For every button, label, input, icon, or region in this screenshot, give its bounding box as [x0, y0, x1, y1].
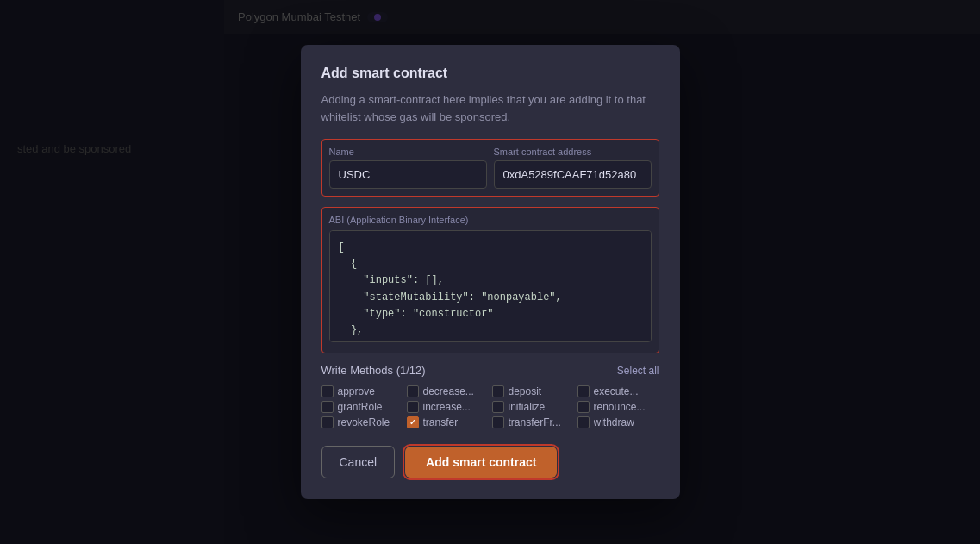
method-name-transferfr: transferFr...	[509, 416, 561, 428]
name-field-group: Name	[329, 147, 487, 189]
checkbox-initialize[interactable]	[492, 401, 504, 413]
checkbox-increase[interactable]	[407, 401, 419, 413]
method-item-initialize: initialize	[492, 401, 574, 413]
checkbox-grantrole[interactable]	[321, 401, 334, 413]
method-name-renounce: renounce...	[594, 401, 646, 413]
method-item-increase: increase...	[407, 401, 489, 413]
select-all-button[interactable]: Select all	[617, 365, 659, 377]
method-item-grantrole: grantRole	[321, 401, 403, 413]
method-item-renounce: renounce...	[577, 401, 659, 413]
method-item-deposit: deposit	[492, 385, 574, 397]
method-name-deposit: deposit	[509, 385, 542, 397]
methods-row-2: grantRole increase... initialize renounc…	[321, 401, 659, 413]
name-input[interactable]	[329, 160, 487, 189]
method-name-execute: execute...	[594, 385, 639, 397]
name-label: Name	[329, 147, 487, 157]
method-item-transferfr: transferFr...	[492, 416, 574, 428]
add-smart-contract-button[interactable]: Add smart contract	[405, 447, 557, 478]
abi-textarea[interactable]: [ { "inputs": [], "stateMutability": "no…	[329, 230, 652, 342]
method-name-withdraw: withdraw	[594, 416, 634, 428]
abi-label: ABI (Application Binary Interface)	[329, 215, 652, 225]
checkbox-transfer[interactable]	[407, 416, 419, 428]
methods-row-3: revokeRole transfer transferFr... withdr…	[321, 416, 659, 428]
method-name-transfer: transfer	[423, 416, 459, 428]
checkbox-renounce[interactable]	[577, 401, 590, 413]
checkbox-approve[interactable]	[321, 385, 334, 397]
method-item-approve: approve	[321, 385, 403, 397]
modal-backdrop: Add smart contract Adding a smart-contra…	[0, 0, 980, 544]
checkbox-decrease[interactable]	[407, 385, 419, 397]
method-name-grantrole: grantRole	[338, 401, 383, 413]
write-methods-title: Write Methods (1/12)	[321, 364, 426, 377]
add-smart-contract-modal: Add smart contract Adding a smart-contra…	[301, 45, 680, 499]
method-item-revokerole: revokeRole	[321, 416, 403, 428]
modal-actions: Cancel Add smart contract	[321, 446, 659, 478]
name-address-row: Name Smart contract address	[321, 139, 659, 197]
contract-address-input[interactable]	[494, 160, 652, 189]
method-name-revokerole: revokeRole	[338, 416, 390, 428]
checkbox-deposit[interactable]	[492, 385, 504, 397]
method-name-initialize: initialize	[509, 401, 546, 413]
write-methods-section: Write Methods (1/12) Select all approve …	[321, 364, 659, 428]
checkbox-withdraw[interactable]	[577, 416, 590, 428]
methods-row-1: approve decrease... deposit execute...	[321, 385, 659, 397]
method-name-approve: approve	[338, 385, 375, 397]
method-item-decrease: decrease...	[407, 385, 489, 397]
method-name-increase: increase...	[423, 401, 471, 413]
checkbox-execute[interactable]	[577, 385, 590, 397]
modal-description: Adding a smart-contract here implies tha…	[321, 91, 659, 125]
address-label: Smart contract address	[494, 147, 652, 157]
write-methods-header: Write Methods (1/12) Select all	[321, 364, 659, 377]
method-name-decrease: decrease...	[423, 385, 474, 397]
method-item-execute: execute...	[577, 385, 659, 397]
method-item-transfer: transfer	[407, 416, 489, 428]
address-field-group: Smart contract address	[494, 147, 652, 189]
method-item-withdraw: withdraw	[577, 416, 659, 428]
abi-section: ABI (Application Binary Interface) [ { "…	[321, 207, 659, 353]
cancel-button[interactable]: Cancel	[321, 446, 396, 478]
checkbox-transferfr[interactable]	[492, 416, 504, 428]
modal-title: Add smart contract	[321, 66, 659, 81]
checkbox-revokerole[interactable]	[321, 416, 334, 428]
